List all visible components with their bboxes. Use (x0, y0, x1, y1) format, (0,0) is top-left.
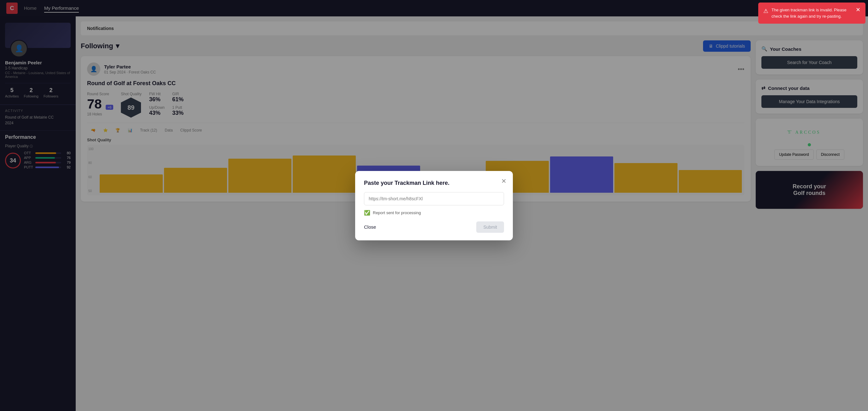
modal-success-message: ✅ Report sent for processing (364, 210, 504, 216)
trackman-link-input[interactable] (364, 192, 504, 205)
modal-overlay: Paste your Trackman Link here. ✕ ✅ Repor… (0, 0, 868, 411)
success-text: Report sent for processing (373, 211, 421, 215)
modal-close-button[interactable]: Close (364, 224, 376, 230)
error-toast: ⚠ The given trackman link is invalid. Pl… (758, 2, 866, 24)
success-check-icon: ✅ (364, 210, 370, 216)
toast-message: The given trackman link is invalid. Plea… (772, 7, 850, 19)
modal-submit-button[interactable]: Submit (476, 221, 504, 233)
trackman-modal: Paste your Trackman Link here. ✕ ✅ Repor… (355, 171, 513, 240)
modal-title: Paste your Trackman Link here. (364, 180, 504, 186)
toast-close-button[interactable]: ✕ (856, 7, 861, 12)
modal-actions: Close Submit (364, 221, 504, 233)
modal-close-x-button[interactable]: ✕ (501, 177, 506, 185)
toast-warning-icon: ⚠ (763, 7, 768, 15)
